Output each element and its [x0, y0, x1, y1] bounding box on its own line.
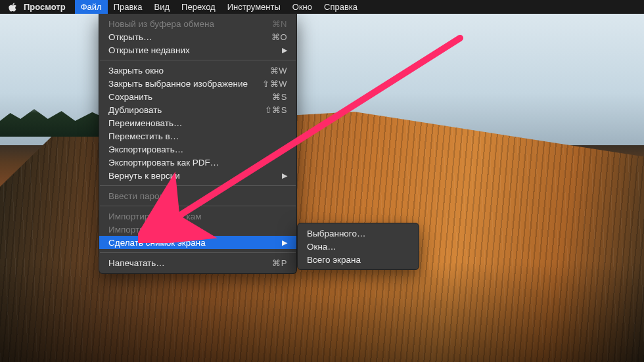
menu-separator: [100, 60, 296, 60]
menu-item[interactable]: Экспортировать…: [99, 143, 296, 156]
menu-item-shortcut: ⌘S: [272, 92, 287, 102]
menu-item-label: Импортировать со ска: [108, 225, 200, 235]
menu-окно[interactable]: Окно: [287, 0, 318, 14]
menu-item[interactable]: Сохранить⌘S: [99, 90, 296, 103]
menu-item: Импортировать со ска: [99, 223, 296, 236]
chevron-right-icon: ▶: [282, 46, 287, 55]
menu-item-label: Новый из буфера обмена: [108, 19, 214, 29]
menu-item[interactable]: Открыть…⌘O: [99, 30, 296, 43]
menu-item[interactable]: Экспортировать как PDF…: [99, 156, 296, 169]
menu-item-shortcut: ⌘N: [272, 19, 287, 29]
menu-item-label: Сделать снимок экрана: [108, 238, 206, 248]
menu-bar: Просмотр ФайлПравкаВидПереходИнструменты…: [0, 0, 644, 14]
submenu-item[interactable]: Всего экрана: [298, 253, 419, 266]
menu-separator: [100, 252, 296, 253]
menu-item-shortcut: ⇧⌘S: [265, 105, 287, 115]
menu-separator: [100, 206, 296, 206]
submenu-item[interactable]: Окна…: [298, 240, 419, 253]
app-name[interactable]: Просмотр: [24, 2, 66, 12]
menu-переход[interactable]: Переход: [175, 0, 221, 14]
apple-menu-icon[interactable]: [7, 3, 18, 12]
menu-item: Импортировать из кам: [99, 210, 296, 223]
menu-item-shortcut: ⌘W: [270, 66, 287, 76]
menu-item-label: Импортировать из кам: [108, 212, 201, 221]
menu-item[interactable]: Дублировать⇧⌘S: [99, 103, 296, 116]
menu-item-shortcut: ⇧⌘W: [262, 79, 287, 89]
screenshot-submenu: Выбранного…Окна…Всего экрана: [297, 223, 419, 270]
menu-item-shortcut: ⌘P: [272, 258, 287, 268]
menu-item[interactable]: Открытие недавних▶: [99, 43, 296, 57]
menu-item-label: Экспортировать как PDF…: [108, 158, 219, 168]
menu-separator: [100, 185, 296, 186]
menu-справка[interactable]: Справка: [318, 0, 363, 14]
submenu-item[interactable]: Выбранного…: [298, 227, 419, 240]
menu-item-label: Сохранить: [108, 92, 152, 102]
menu-item: Ввести пароль…: [99, 189, 296, 202]
menu-item[interactable]: Вернуть к версии▶: [99, 169, 296, 182]
menu-item[interactable]: Переименовать…: [99, 116, 296, 129]
chevron-right-icon: ▶: [282, 238, 287, 247]
menu-item-label: Открыть…: [108, 32, 152, 42]
file-menu-dropdown: Новый из буфера обмена⌘NОткрыть…⌘OОткрыт…: [99, 14, 297, 274]
menu-item-shortcut: ⌘O: [271, 32, 287, 42]
menu-item-label: Переименовать…: [108, 118, 182, 128]
menu-файл[interactable]: Файл: [75, 0, 108, 14]
menu-item-label: Напечатать…: [108, 258, 165, 268]
menu-item[interactable]: Сделать снимок экрана▶: [99, 236, 296, 249]
menu-правка[interactable]: Правка: [108, 0, 149, 14]
menu-item-label: Вернуть к версии: [108, 171, 180, 181]
menu-item-label: Ввести пароль…: [108, 191, 178, 201]
menu-item-label: Открытие недавних: [108, 45, 190, 55]
menu-item[interactable]: Закрыть окно⌘W: [99, 64, 296, 77]
menu-item-label: Переместить в…: [108, 131, 179, 141]
menu-item[interactable]: Напечатать…⌘P: [99, 256, 296, 269]
menu-item[interactable]: Закрыть выбранное изображение⇧⌘W: [99, 77, 296, 90]
menu-item: Новый из буфера обмена⌘N: [99, 17, 296, 30]
menu-item-label: Экспортировать…: [108, 145, 183, 154]
menu-item-label: Дублировать: [108, 105, 162, 115]
menu-item[interactable]: Переместить в…: [99, 129, 296, 143]
desktop: Просмотр ФайлПравкаВидПереходИнструменты…: [0, 0, 644, 362]
menu-item-label: Закрыть выбранное изображение: [108, 79, 248, 89]
menu-item-label: Закрыть окно: [108, 66, 164, 76]
menu-инструменты[interactable]: Инструменты: [221, 0, 287, 14]
menu-вид[interactable]: Вид: [149, 0, 176, 14]
chevron-right-icon: ▶: [282, 171, 287, 180]
